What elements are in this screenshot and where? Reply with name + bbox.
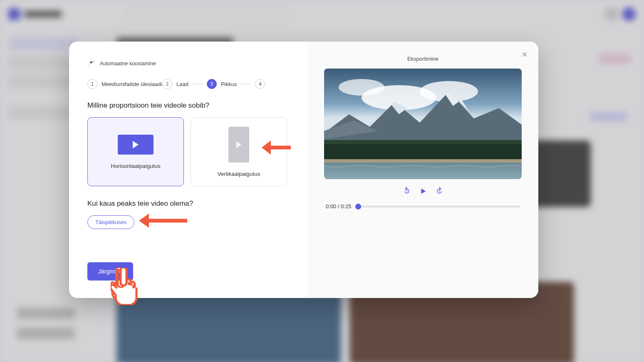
svg-point-0 [93,61,94,62]
step-1-dot[interactable]: 1 [87,79,97,89]
video-preview[interactable] [324,69,522,179]
svg-rect-6 [324,141,522,162]
close-icon[interactable] [521,51,528,58]
svg-point-1 [89,65,89,66]
step-3-label: Pikkus [221,81,237,87]
scrubber[interactable] [355,206,520,207]
modal-right-pane: Eksportimine [307,42,538,298]
duration-question: Kui kaua peaks teie video olema? [87,199,289,208]
option-vertical-label: Vertikaalpaigutus [218,171,260,177]
option-horizontal-label: Horisontaalpaigutus [111,163,160,169]
play-icon[interactable] [419,187,428,196]
step-3-dot[interactable]: 3 [207,79,217,89]
modal-left-pane: Automaatne koostamine 1 Meediumifailide … [69,42,307,298]
annotation-cursor-icon [111,268,139,305]
playback-controls: 5 5 [403,187,443,196]
rewind-5-icon[interactable]: 5 [403,187,411,195]
step-2-label: Laad [176,81,188,87]
horizontal-thumb-icon [118,135,154,155]
time-display: 0:00 / 0:25 [326,203,351,209]
svg-rect-8 [324,159,522,163]
sparkle-icon [87,60,95,67]
svg-text:5: 5 [438,190,440,193]
step-4-dot[interactable]: 4 [255,79,265,89]
svg-rect-7 [324,140,522,144]
svg-rect-9 [324,163,522,179]
annotation-arrow-2 [138,212,187,229]
scrubber-thumb[interactable] [355,204,361,209]
svg-text:5: 5 [406,190,407,193]
vertical-thumb-icon [228,127,249,163]
auto-compose-modal: Automaatne koostamine 1 Meediumifailide … [69,42,538,298]
step-1-label: Meediumifailide üleslaadimine [102,81,164,87]
svg-point-5 [339,79,384,96]
modal-title: Automaatne koostamine [100,61,156,66]
export-label: Eksportimine [407,56,438,62]
step-2-dot[interactable]: 2 [162,79,172,89]
stepper: 1 Meediumifailide üleslaadimine 2 Laad 3… [87,79,289,89]
chip-full-length[interactable]: Täispikkuses [87,215,134,229]
forward-5-icon[interactable]: 5 [435,187,443,195]
option-horizontal[interactable]: Horisontaalpaigutus [87,117,184,186]
aspect-question: Milline proportsioon teie videole sobib? [87,101,289,110]
annotation-arrow-1 [261,139,291,156]
